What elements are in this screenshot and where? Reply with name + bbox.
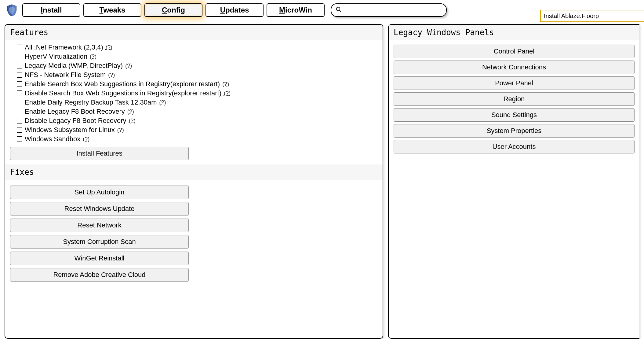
feature-row: HyperV Virtualization (?)	[10, 52, 378, 61]
feature-checkbox[interactable]	[17, 118, 22, 123]
feature-checkbox[interactable]	[17, 81, 22, 87]
feature-row: Enable Search Box Web Suggestions in Reg…	[10, 79, 378, 89]
features-body: All .Net Framework (2,3,4) (?) HyperV Vi…	[5, 40, 383, 164]
fix-reset-wu-button[interactable]: Reset Windows Update	[10, 202, 189, 216]
feature-label: HyperV Virtualization	[25, 53, 87, 61]
body: Features All .Net Framework (2,3,4) (?) …	[0, 20, 644, 339]
feature-label: Legacy Media (WMP, DirectPlay)	[25, 62, 123, 70]
tab-microwin[interactable]: MicroWin	[267, 3, 325, 17]
feature-checkbox[interactable]	[17, 109, 22, 114]
tab-install[interactable]: Install	[22, 3, 80, 17]
feature-row: NFS - Network File System (?)	[10, 70, 378, 79]
tab-bar: Install Tweaks Config Updates MicroWin	[22, 3, 325, 17]
feature-label: Enable Legacy F8 Boot Recovery	[25, 108, 125, 116]
svg-point-0	[337, 7, 340, 11]
fix-remove-adobe-cc-button[interactable]: Remove Adobe Creative Cloud	[10, 268, 189, 282]
help-icon[interactable]: (?)	[108, 72, 115, 78]
feature-row: Enable Daily Registry Backup Task 12.30a…	[10, 98, 378, 107]
legacy-control-panel-button[interactable]: Control Panel	[394, 45, 635, 58]
feature-label: Enable Daily Registry Backup Task 12.30a…	[25, 98, 157, 106]
help-icon[interactable]: (?)	[83, 136, 89, 142]
feature-label: Disable Search Box Web Suggestions in Re…	[25, 89, 221, 97]
fixes-body: Set Up Autologin Reset Windows Update Re…	[5, 180, 383, 289]
feature-row: Windows Sandbox (?)	[10, 134, 378, 144]
legacy-user-accounts-button[interactable]: User Accounts	[394, 140, 635, 153]
help-icon[interactable]: (?)	[224, 90, 231, 97]
help-icon[interactable]: (?)	[90, 53, 96, 60]
feature-row: All .Net Framework (2,3,4) (?)	[10, 43, 378, 52]
feature-label: Windows Subsystem for Linux	[25, 126, 115, 134]
fix-winget-reinstall-button[interactable]: WinGet Reinstall	[10, 252, 189, 265]
feature-checkbox[interactable]	[17, 45, 22, 50]
feature-row: Windows Subsystem for Linux (?)	[10, 125, 378, 134]
help-icon[interactable]: (?)	[222, 81, 229, 87]
feature-label: Windows Sandbox	[25, 135, 80, 143]
feature-row: Legacy Media (WMP, DirectPlay) (?)	[10, 61, 378, 70]
search-icon	[336, 6, 342, 14]
svg-line-1	[340, 10, 341, 12]
fix-reset-network-button[interactable]: Reset Network	[10, 219, 189, 232]
legacy-header: Legacy Windows Panels	[389, 25, 639, 40]
feature-label: All .Net Framework (2,3,4)	[25, 43, 103, 51]
features-header: Features	[5, 25, 383, 40]
app-logo-icon	[5, 3, 19, 17]
search-input[interactable]	[342, 7, 442, 14]
help-icon[interactable]: (?)	[125, 63, 132, 69]
search-box[interactable]	[331, 3, 447, 17]
feature-checkbox[interactable]	[17, 90, 22, 96]
help-icon[interactable]: (?)	[106, 44, 112, 51]
left-panel: Features All .Net Framework (2,3,4) (?) …	[5, 24, 383, 339]
feature-checkbox[interactable]	[17, 136, 22, 142]
feature-label: Enable Search Box Web Suggestions in Reg…	[25, 80, 220, 88]
tab-updates[interactable]: Updates	[206, 3, 264, 17]
feature-row: Enable Legacy F8 Boot Recovery (?)	[10, 107, 378, 116]
feature-row: Disable Legacy F8 Boot Recovery (?)	[10, 116, 378, 125]
help-icon[interactable]: (?)	[159, 99, 166, 106]
feature-checkbox[interactable]	[17, 54, 22, 59]
install-features-button[interactable]: Install Features	[10, 147, 189, 160]
legacy-network-connections-button[interactable]: Network Connections	[394, 61, 635, 74]
feature-label: Disable Legacy F8 Boot Recovery	[25, 117, 126, 125]
fix-corruption-scan-button[interactable]: System Corruption Scan	[10, 235, 189, 249]
app-window: Install Tweaks Config Updates MicroWin F…	[0, 0, 644, 339]
help-icon[interactable]: (?)	[129, 118, 136, 124]
feature-checkbox[interactable]	[17, 72, 22, 78]
feature-checkbox[interactable]	[17, 100, 22, 105]
feature-checkbox[interactable]	[17, 63, 22, 68]
feature-label: NFS - Network File System	[25, 71, 106, 79]
legacy-sound-settings-button[interactable]: Sound Settings	[394, 108, 635, 122]
help-icon[interactable]: (?)	[127, 109, 134, 115]
feature-row: Disable Search Box Web Suggestions in Re…	[10, 89, 378, 98]
fix-autologin-button[interactable]: Set Up Autologin	[10, 186, 189, 199]
tab-config[interactable]: Config	[144, 3, 202, 17]
legacy-body: Control Panel Network Connections Power …	[389, 40, 639, 158]
help-icon[interactable]: (?)	[117, 127, 124, 133]
tab-tweaks[interactable]: Tweaks	[83, 3, 141, 17]
legacy-region-button[interactable]: Region	[394, 92, 635, 106]
right-panel: Legacy Windows Panels Control Panel Netw…	[388, 24, 639, 339]
legacy-system-properties-button[interactable]: System Properties	[394, 124, 635, 138]
legacy-power-panel-button[interactable]: Power Panel	[394, 76, 635, 90]
fixes-header: Fixes	[5, 164, 383, 180]
feature-checkbox[interactable]	[17, 127, 22, 133]
